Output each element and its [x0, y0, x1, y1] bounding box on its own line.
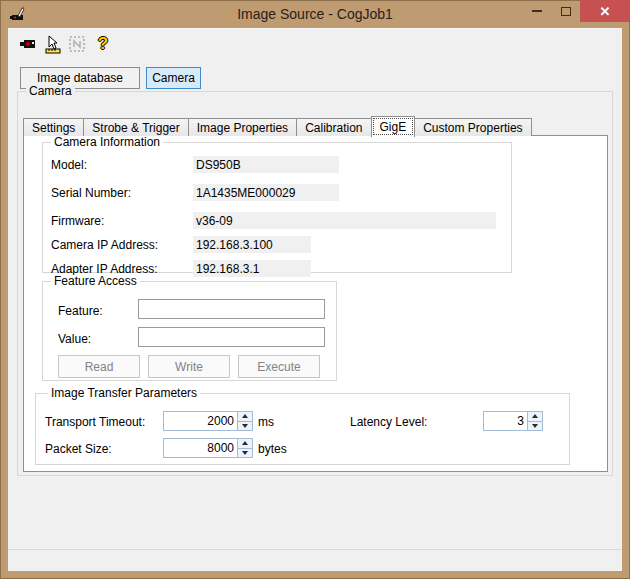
serial-number-label: Serial Number: [51, 186, 191, 200]
feature-input[interactable] [138, 299, 325, 319]
tab-custom-properties[interactable]: Custom Properties [414, 118, 531, 136]
up-arrow-icon [242, 441, 248, 445]
adapter-ip-value: 192.168.3.1 [193, 260, 311, 277]
latency-level-down-button[interactable] [528, 422, 542, 431]
execute-button[interactable]: Execute [238, 355, 320, 378]
transport-timeout-spinner [163, 411, 253, 431]
model-value: DS950B [193, 156, 339, 173]
model-label: Model: [51, 158, 191, 172]
latency-level-spinner [483, 411, 543, 431]
camera-button-label: Camera [152, 71, 195, 85]
latency-level-up-button[interactable] [528, 412, 542, 422]
transport-timeout-down-button[interactable] [238, 422, 252, 431]
image-transfer-label: Image Transfer Parameters [48, 387, 200, 400]
packet-size-spinner [163, 438, 253, 458]
maximize-icon [561, 7, 571, 16]
camera-tabstrip: Settings Strobe & Trigger Image Properti… [23, 116, 531, 136]
transport-timeout-up-button[interactable] [238, 412, 252, 422]
feature-access-buttons: Read Write Execute [58, 355, 328, 378]
feature-access-groupbox: Feature Access Feature: Value: Read Writ… [42, 281, 337, 381]
read-button[interactable]: Read [58, 355, 140, 378]
tab-gige[interactable]: GigE [371, 116, 416, 137]
image-database-label: Image database [37, 71, 123, 85]
camera-ip-label: Camera IP Address: [51, 238, 191, 252]
image-transfer-groupbox: Image Transfer Parameters Transport Time… [35, 393, 570, 465]
down-arrow-icon [242, 424, 248, 428]
gige-tabpage: Camera Information Model: DS950B Serial … [23, 135, 608, 472]
packet-size-input[interactable] [164, 439, 237, 457]
camera-information-label: Camera Information [51, 136, 163, 149]
live-display-button[interactable] [42, 33, 64, 55]
camera-groupbox-label: Camera [26, 85, 75, 98]
write-button-label: Write [175, 360, 203, 374]
up-arrow-icon [532, 414, 538, 418]
latency-level-label: Latency Level: [350, 415, 427, 429]
tab-calibration[interactable]: Calibration [296, 118, 371, 136]
camera-information-groupbox: Camera Information Model: DS950B Serial … [42, 142, 512, 273]
serial-number-value: 1A1435ME000029 [193, 184, 339, 201]
packet-size-down-button[interactable] [238, 449, 252, 458]
tab-calibration-label: Calibration [305, 121, 362, 135]
minimize-button[interactable] [522, 0, 551, 22]
transport-timeout-input[interactable] [164, 412, 237, 430]
tab-image-properties-label: Image Properties [197, 121, 288, 135]
firmware-value: v36-09 [193, 212, 496, 229]
feature-label: Feature: [58, 304, 103, 318]
minimize-icon [532, 10, 542, 12]
camera-ip-value: 192.168.3.100 [193, 236, 311, 253]
tab-strobe-trigger[interactable]: Strobe & Trigger [83, 118, 188, 136]
tab-settings[interactable]: Settings [23, 118, 84, 136]
camera-button[interactable]: Camera [146, 67, 201, 89]
window-controls: ✕ [522, 0, 630, 22]
read-button-label: Read [85, 360, 114, 374]
help-button[interactable]: ? [92, 33, 114, 55]
tab-strobe-trigger-label: Strobe & Trigger [92, 121, 179, 135]
firmware-label: Firmware: [51, 214, 191, 228]
maximize-button[interactable] [551, 0, 580, 22]
value-label: Value: [58, 332, 91, 346]
dialog-client-area: ? Image database Camera Camera Settings … [8, 28, 622, 571]
packet-size-up-button[interactable] [238, 439, 252, 449]
close-button[interactable]: ✕ [580, 0, 630, 22]
status-bar [8, 549, 622, 571]
close-icon: ✕ [600, 4, 611, 19]
feature-access-label: Feature Access [51, 275, 140, 288]
camera-groupbox: Camera Settings Strobe & Trigger Image P… [17, 91, 613, 476]
pointer-ruler-icon [44, 35, 62, 54]
down-arrow-icon [242, 451, 248, 455]
latency-level-spin-buttons [527, 412, 542, 430]
tab-custom-properties-label: Custom Properties [423, 121, 522, 135]
acquire-image-button[interactable] [18, 33, 40, 55]
write-button[interactable]: Write [148, 355, 230, 378]
transport-timeout-unit: ms [258, 415, 274, 429]
up-arrow-icon [242, 414, 248, 418]
value-input[interactable] [138, 327, 325, 347]
toolbar: ? [8, 29, 622, 61]
tab-image-properties[interactable]: Image Properties [188, 118, 297, 136]
tab-settings-label: Settings [32, 121, 75, 135]
region-tool-button-disabled[interactable] [66, 33, 88, 55]
transport-timeout-label: Transport Timeout: [45, 415, 145, 429]
region-grid-icon [68, 35, 86, 53]
camera-icon [20, 37, 38, 51]
latency-level-input[interactable] [484, 412, 527, 430]
down-arrow-icon [532, 424, 538, 428]
title-bar: Image Source - CogJob1 ✕ [0, 0, 630, 28]
tab-gige-label: GigE [380, 120, 407, 134]
packet-size-label: Packet Size: [45, 442, 112, 456]
image-source-dialog: Image Source - CogJob1 ✕ [0, 0, 630, 579]
packet-size-unit: bytes [258, 442, 287, 456]
help-icon: ? [98, 34, 108, 54]
transport-timeout-spin-buttons [237, 412, 252, 430]
execute-button-label: Execute [257, 360, 300, 374]
packet-size-spin-buttons [237, 439, 252, 457]
